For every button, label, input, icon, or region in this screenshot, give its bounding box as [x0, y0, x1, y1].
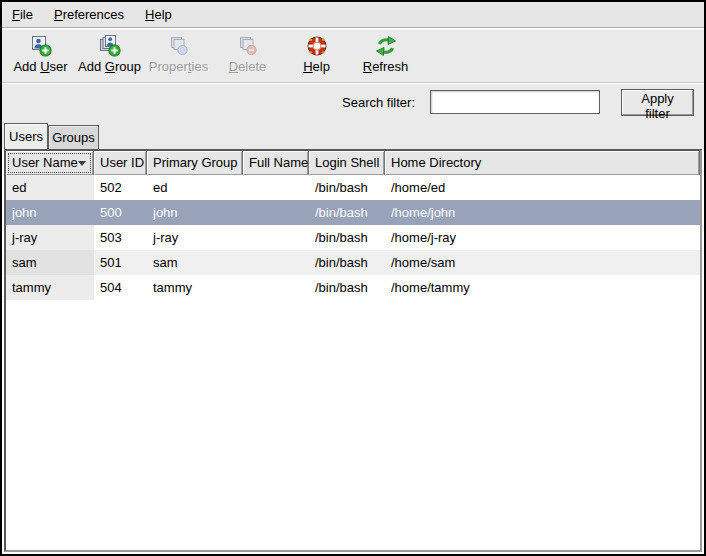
cell-login-shell: /bin/bash [309, 225, 385, 250]
cell-user-id: 502 [94, 175, 147, 200]
cell-user-name: tammy [6, 275, 94, 300]
tab-groups[interactable]: Groups [48, 125, 99, 149]
user-manager-window: File Preferences Help Add User [0, 0, 706, 556]
cell-primary-group: john [147, 200, 243, 225]
table-header: User Name User ID Primary Group Full Nam… [6, 151, 700, 175]
search-filter-label: Search filter: [342, 95, 415, 110]
column-header-home-directory[interactable]: Home Directory [385, 151, 700, 175]
add-group-icon [98, 34, 122, 58]
cell-home-directory: /home/john [385, 200, 700, 225]
properties-button: Properties [144, 33, 213, 75]
filter-bar: Search filter: Apply filter [2, 84, 704, 120]
tab-users[interactable]: Users [4, 123, 48, 149]
column-header-primary-group[interactable]: Primary Group [147, 151, 243, 175]
menu-item-file[interactable]: File [12, 7, 33, 22]
cell-login-shell: /bin/bash [309, 250, 385, 275]
cell-full-name [243, 225, 309, 250]
add-group-label: Add Group [78, 59, 141, 75]
cell-home-directory: /home/tammy [385, 275, 700, 300]
search-filter-input[interactable] [430, 90, 600, 114]
refresh-button[interactable]: Refresh [351, 33, 420, 75]
table-row-ed[interactable]: ed 502 ed /bin/bash /home/ed [6, 175, 700, 200]
add-group-button[interactable]: Add Group [75, 33, 144, 75]
column-header-login-shell[interactable]: Login Shell [309, 151, 385, 175]
column-header-user-id[interactable]: User ID [94, 151, 147, 175]
column-header-user-name[interactable]: User Name [6, 151, 94, 175]
cell-user-name: ed [6, 175, 94, 200]
delete-button: Delete [213, 33, 282, 75]
add-user-button[interactable]: Add User [6, 33, 75, 75]
tab-strip: Users Groups [2, 120, 704, 149]
menu-item-preferences[interactable]: Preferences [54, 7, 124, 22]
cell-user-name: sam [6, 250, 94, 275]
cell-user-id: 501 [94, 250, 147, 275]
column-header-full-name[interactable]: Full Name [243, 151, 309, 175]
properties-icon [167, 34, 191, 58]
cell-user-id: 504 [94, 275, 147, 300]
cell-user-name: john [6, 200, 94, 225]
cell-user-name: j-ray [6, 225, 94, 250]
apply-filter-button[interactable]: Apply filter [621, 89, 694, 116]
cell-primary-group: sam [147, 250, 243, 275]
delete-icon [236, 34, 260, 58]
cell-primary-group: tammy [147, 275, 243, 300]
table-row-j-ray[interactable]: j-ray 503 j-ray /bin/bash /home/j-ray [6, 225, 700, 250]
properties-label: Properties [149, 59, 208, 75]
cell-login-shell: /bin/bash [309, 275, 385, 300]
cell-login-shell: /bin/bash [309, 200, 385, 225]
table-row-tammy[interactable]: tammy 504 tammy /bin/bash /home/tammy [6, 275, 700, 300]
cell-full-name [243, 275, 309, 300]
toolbar: Add User Add Group [2, 29, 704, 83]
help-icon [305, 34, 329, 58]
cell-login-shell: /bin/bash [309, 175, 385, 200]
help-label: Help [303, 59, 330, 75]
menu-item-help[interactable]: Help [145, 7, 172, 22]
cell-home-directory: /home/ed [385, 175, 700, 200]
refresh-label: Refresh [363, 59, 409, 75]
table-row-sam[interactable]: sam 501 sam /bin/bash /home/sam [6, 250, 700, 275]
delete-label: Delete [229, 59, 267, 75]
menu-bar: File Preferences Help [2, 2, 704, 28]
cell-home-directory: /home/j-ray [385, 225, 700, 250]
cell-user-id: 503 [94, 225, 147, 250]
cell-primary-group: ed [147, 175, 243, 200]
sort-arrow-icon [78, 161, 86, 166]
cell-full-name [243, 175, 309, 200]
add-user-icon [29, 34, 53, 58]
cell-user-id: 500 [94, 200, 147, 225]
cell-full-name [243, 250, 309, 275]
refresh-icon [374, 34, 398, 58]
cell-full-name [243, 200, 309, 225]
help-button[interactable]: Help [282, 33, 351, 75]
add-user-label: Add User [13, 59, 67, 75]
cell-home-directory: /home/sam [385, 250, 700, 275]
table-row-john-selected[interactable]: john 500 john /bin/bash /home/john [6, 200, 700, 225]
users-table: User Name User ID Primary Group Full Nam… [4, 149, 702, 552]
cell-primary-group: j-ray [147, 225, 243, 250]
